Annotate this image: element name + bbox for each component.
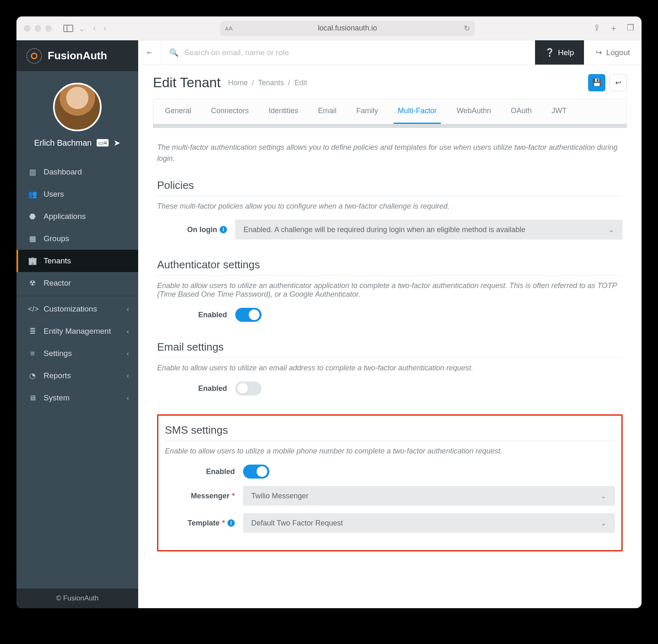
groups-icon: ▦: [28, 234, 37, 243]
brand[interactable]: FusionAuth: [16, 40, 138, 71]
sidebar-item-label: Customizations: [44, 305, 97, 314]
tab-webauthn[interactable]: WebAuthn: [452, 99, 495, 124]
nav-back-icon[interactable]: ‹: [90, 23, 98, 34]
crumb-home[interactable]: Home: [228, 79, 248, 87]
info-icon[interactable]: i: [220, 226, 227, 233]
breadcrumb: Home / Tenants / Edit: [228, 79, 307, 87]
chevron-down-icon: ⌄: [608, 225, 614, 234]
share-icon[interactable]: ⇪: [593, 23, 600, 34]
tabs-container: General Connectors Identities Email Fami…: [138, 99, 642, 128]
sidebar-item-reports[interactable]: ◔ Reports ‹: [16, 365, 138, 387]
maximize-dot[interactable]: [45, 25, 52, 32]
logout-button[interactable]: ↪ Logout: [584, 40, 642, 65]
sms-messenger-value: Twilio Messenger: [251, 492, 308, 500]
chevron-down-icon[interactable]: ⌄: [76, 23, 88, 34]
sidebar-item-customizations[interactable]: </> Customizations ‹: [16, 298, 138, 320]
minimize-dot[interactable]: [35, 25, 41, 32]
section-authenticator: Authenticator settings Enable to allow u…: [157, 258, 623, 322]
vcard-icon[interactable]: ▭≡: [97, 139, 109, 146]
save-button[interactable]: 💾: [588, 74, 605, 91]
tab-jwt[interactable]: JWT: [547, 99, 571, 124]
email-enabled-toggle[interactable]: [235, 381, 262, 395]
sidebar-item-entity-management[interactable]: ≣ Entity Management ‹: [16, 320, 138, 342]
authenticator-title: Authenticator settings: [157, 258, 623, 276]
sidebar-item-users[interactable]: 👥 Users: [16, 183, 138, 205]
email-desc: Enable to allow users to utilize an emai…: [157, 364, 623, 372]
sidebar-item-tenants[interactable]: 🏢 Tenants: [16, 250, 138, 272]
text-size-icon[interactable]: ᴀA: [225, 25, 233, 32]
url-bar[interactable]: ᴀA local.fusionauth.io ↻: [220, 21, 475, 36]
sidebar-item-groups[interactable]: ▦ Groups: [16, 228, 138, 250]
sms-template-label: Template* i: [165, 519, 235, 528]
sidebar-item-applications[interactable]: ⬣ Applications: [16, 205, 138, 228]
help-button[interactable]: ❔ Help: [535, 40, 584, 65]
dashboard-icon: ▥: [28, 167, 37, 177]
location-arrow-icon[interactable]: ➤: [114, 138, 120, 148]
sidebar-toggle-icon[interactable]: [63, 25, 73, 32]
authenticator-enabled-label: Enabled: [157, 311, 227, 319]
sliders-icon: ≡: [28, 349, 37, 358]
sms-messenger-label-text: Messenger: [191, 492, 229, 500]
tabs: General Connectors Identities Email Fami…: [153, 99, 627, 124]
sms-template-label-text: Template: [188, 519, 220, 528]
sms-template-select[interactable]: Default Two Factor Request ⌄: [243, 513, 615, 533]
field-sms-enabled: Enabled: [165, 465, 615, 479]
sidebar-item-label: System: [44, 393, 70, 402]
sidebar-item-label: Applications: [44, 212, 86, 221]
brand-logo-icon: [26, 48, 42, 64]
toolbar-left: ⌄ ‹ ›: [63, 23, 109, 34]
logout-label: Logout: [606, 48, 630, 57]
sidebar-item-label: Settings: [44, 349, 72, 358]
sidebar-item-reactor[interactable]: ☢ Reactor: [16, 272, 138, 294]
tab-general[interactable]: General: [161, 99, 195, 124]
tab-identities[interactable]: Identities: [264, 99, 302, 124]
email-enabled-label: Enabled: [157, 384, 227, 393]
close-dot[interactable]: [24, 25, 30, 32]
nav: ▥ Dashboard 👥 Users ⬣ Applications ▦ Gro…: [16, 156, 138, 409]
refresh-icon[interactable]: ↻: [464, 24, 470, 33]
sidebar-item-label: Entity Management: [44, 327, 111, 336]
field-authenticator-enabled: Enabled: [157, 308, 623, 322]
database-icon: ≣: [28, 327, 37, 336]
sms-messenger-select[interactable]: Twilio Messenger ⌄: [243, 486, 615, 506]
info-icon[interactable]: i: [227, 519, 235, 527]
nav-separator: [16, 296, 138, 296]
nav-forward-icon[interactable]: ›: [101, 23, 109, 34]
sidebar: FusionAuth Erlich Bachman ▭≡ ➤ ▥ Dashboa…: [16, 40, 138, 608]
authenticator-desc: Enable to allow users to utilize an auth…: [157, 281, 623, 299]
on-login-select[interactable]: Enabled. A challenge will be required du…: [235, 220, 623, 239]
tab-family[interactable]: Family: [352, 99, 382, 124]
tab-email[interactable]: Email: [314, 99, 341, 124]
user-area: Erlich Bachman ▭≡ ➤: [16, 71, 138, 156]
tab-oauth[interactable]: OAuth: [507, 99, 536, 124]
sidebar-item-system[interactable]: 🖥 System ‹: [16, 387, 138, 409]
field-on-login: On login i Enabled. A challenge will be …: [157, 220, 623, 239]
collapse-sidebar-button[interactable]: ⇤: [138, 40, 161, 65]
tab-multifactor[interactable]: Multi-Factor: [394, 99, 441, 124]
on-login-value: Enabled. A challenge will be required du…: [243, 226, 525, 234]
policies-desc: These multi-factor policies allow you to…: [157, 202, 623, 211]
section-sms: SMS settings Enable to allow users to ut…: [165, 424, 615, 533]
search-input[interactable]: [184, 48, 527, 57]
on-login-label-text: On login: [187, 226, 217, 234]
authenticator-enabled-toggle[interactable]: [235, 308, 262, 322]
new-tab-icon[interactable]: ＋: [609, 23, 618, 34]
sidebar-item-dashboard[interactable]: ▥ Dashboard: [16, 161, 138, 183]
sms-title: SMS settings: [165, 424, 615, 441]
search: 🔍: [161, 48, 535, 57]
sidebar-item-label: Dashboard: [44, 167, 82, 177]
tabs-icon[interactable]: ❐: [627, 23, 634, 34]
avatar[interactable]: [53, 83, 102, 131]
sidebar-item-label: Reports: [44, 371, 71, 380]
crumb-tenants[interactable]: Tenants: [258, 79, 284, 87]
back-button[interactable]: ↩: [609, 74, 627, 91]
chevron-left-icon: ‹: [127, 327, 129, 336]
help-label: Help: [558, 48, 574, 57]
code-icon: </>: [28, 305, 37, 314]
chevron-left-icon: ‹: [127, 393, 129, 402]
tab-connectors[interactable]: Connectors: [207, 99, 253, 124]
sidebar-item-settings[interactable]: ≡ Settings ‹: [16, 342, 138, 365]
chevron-down-icon: ⌄: [600, 491, 607, 500]
url-text: local.fusionauth.io: [318, 24, 377, 33]
sms-enabled-toggle[interactable]: [243, 465, 269, 479]
